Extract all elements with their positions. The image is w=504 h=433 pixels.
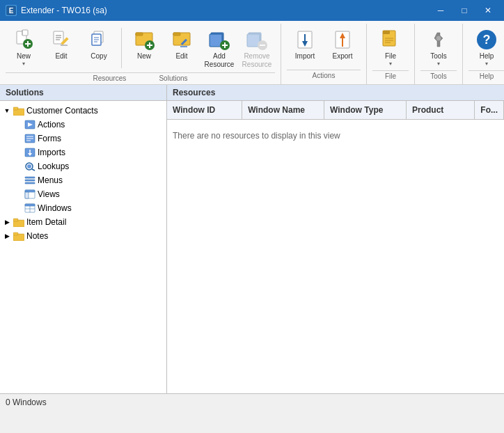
ribbon-group-file-items: File ▾ [372,25,409,69]
tree-toggle-imports [14,148,22,157]
tree-item-lookups[interactable]: Lookups [11,159,166,173]
tree-item-customer-contacts[interactable]: ▼ Customer Contacts [0,104,166,118]
export-button[interactable]: Export [324,25,361,68]
ribbon-group-resources-items: New ▾ [6,25,275,71]
tree-label-item-detail: Item Detail [26,217,66,227]
file-group-label: File [372,70,409,82]
window-controls: ─ □ ✕ [430,3,498,17]
tree-label-lookups: Lookups [38,162,69,171]
lookups-icon [24,161,36,172]
th-window-id[interactable]: Window ID [167,101,242,119]
tree-label-menus: Menus [38,175,63,185]
add-resource-label: Add Resource [203,52,235,69]
forms-icon [24,133,36,144]
svg-rect-67 [25,182,35,184]
tree-label-forms: Forms [38,134,61,143]
export-icon [331,29,354,51]
tree-item-notes[interactable]: ▶ Notes [0,229,166,243]
new-solution-button[interactable]: New [126,25,162,71]
new-arrow: ▾ [22,61,25,67]
svg-rect-44 [383,31,390,34]
tree-toggle-customer-contacts[interactable]: ▼ [3,107,11,115]
file-icon [379,29,402,51]
status-text: 0 Windows [6,397,47,407]
tools-arrow: ▾ [437,61,440,67]
edit-solution-icon [171,29,193,51]
title-bar: E Extender - TWO16 (sa) ─ □ ✕ [0,0,504,21]
add-resource-icon [208,29,230,51]
tree-item-actions[interactable]: Actions [11,118,166,132]
tree-item-imports[interactable]: Imports [11,145,166,159]
status-bar: 0 Windows [0,393,504,410]
main-area: Solutions ▼ Customer Contacts [0,85,504,393]
new-label-area: New ▾ [17,52,31,67]
new-solution-icon [133,29,155,51]
tree-toggle-windows [14,204,22,212]
th-product[interactable]: Product [407,101,475,119]
ribbon-group-help: ? Help ▾ Help [463,24,504,84]
tree-label-views: Views [38,189,60,199]
ribbon-group-actions: Import Export Actions [281,24,367,84]
tools-icon [427,29,450,51]
new-label: New [17,52,31,61]
tree-toggle-item-detail[interactable]: ▶ [3,218,11,226]
tree-label-windows: Windows [38,203,72,213]
tree-item-windows[interactable]: Windows [11,201,166,215]
tree-toggle-notes[interactable]: ▶ [3,232,11,240]
edit-solution-label: Edit [175,52,187,61]
resources-panel: Resources Window ID Window Name Window T… [167,85,504,393]
tools-group-label: Tools [420,70,457,82]
resources-header: Resources [167,85,504,101]
tree-label-notes: Notes [26,231,48,241]
tree-children-customer-contacts: Actions Forms [0,118,166,215]
solutions-tree: ▼ Customer Contacts [0,101,166,246]
th-window-name[interactable]: Window Name [242,101,324,119]
svg-rect-78 [13,233,18,235]
maximize-button[interactable]: □ [454,3,475,17]
svg-rect-25 [173,33,180,36]
ribbon-group-tools-items: Tools ▾ [420,25,457,69]
folder-icon-notes [13,230,24,242]
tree-item-views[interactable]: Views [11,187,166,201]
th-form[interactable]: Fo... [475,101,504,119]
edit-label: Edit [55,52,67,61]
tree-toggle-views [14,190,22,198]
edit-solution-button[interactable]: Edit [164,25,200,71]
new-solution-label: New [137,52,151,61]
folder-icon-item-detail [13,216,24,228]
edit-button[interactable]: Edit [43,25,79,71]
svg-line-64 [32,169,35,171]
remove-resource-button[interactable]: Remove Resource [239,25,275,71]
tools-button[interactable]: Tools ▾ [420,25,457,69]
copy-button[interactable]: Copy [81,25,117,71]
table-empty-message: There are no resources to display in thi… [167,120,504,152]
windows-icon [24,203,36,214]
new-button[interactable]: New ▾ [6,25,42,71]
tree-toggle-actions [14,120,22,129]
tree-toggle-forms [14,134,22,143]
export-label: Export [333,52,353,61]
new-icon [13,29,35,51]
copy-label: Copy [90,52,107,61]
tree-item-forms[interactable]: Forms [11,132,166,145]
close-button[interactable]: ✕ [478,3,498,17]
solutions-header: Solutions [0,85,166,101]
import-button[interactable]: Import [287,25,323,68]
remove-resource-icon [246,29,268,51]
tree-label-customer-contacts: Customer Contacts [26,106,98,116]
resources-group-label: Resources Solutions [6,72,275,84]
tools-label-area: Tools ▾ [430,52,446,67]
tree-item-menus[interactable]: Menus [11,173,166,187]
ribbon-group-tools: Tools ▾ Tools [415,24,463,84]
title-text: Extender - TWO16 (sa) [21,6,107,15]
help-button[interactable]: ? Help ▾ [468,25,504,69]
file-button[interactable]: File ▾ [372,25,409,69]
tree-item-item-detail[interactable]: ▶ Item Detail [0,215,166,229]
help-arrow: ▾ [485,61,488,67]
add-resource-button[interactable]: Add Resource [201,25,237,71]
app-icon: E [6,5,17,16]
help-icon: ? [475,29,498,51]
minimize-button[interactable]: ─ [430,3,451,17]
svg-text:?: ? [483,33,491,47]
th-window-type[interactable]: Window Type [324,101,407,119]
